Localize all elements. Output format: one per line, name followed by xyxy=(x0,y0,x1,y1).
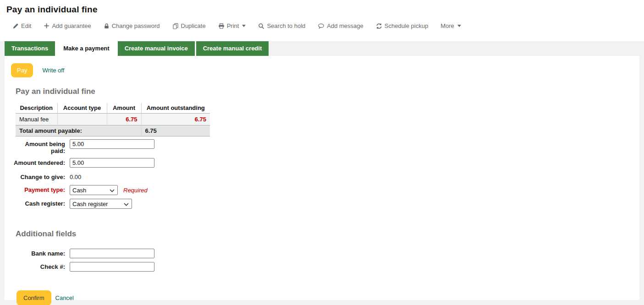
fee-table-row: Manual fee 6.75 6.75 xyxy=(16,114,210,125)
printer-icon xyxy=(218,23,225,29)
fee-description-cell: Manual fee xyxy=(16,114,57,125)
caret-down-icon xyxy=(457,25,461,27)
search-icon xyxy=(258,23,264,29)
plus-icon xyxy=(44,23,50,29)
cash-register-row: Cash register: Cash register xyxy=(11,199,639,209)
write-off-mode-link[interactable]: Write off xyxy=(42,67,64,74)
total-label-cell: Total amount payable: xyxy=(16,125,141,136)
change-to-give-row: Change to give: 0.00 xyxy=(11,172,639,180)
fines-table-header-row: Description Account type Amount Amount o… xyxy=(16,103,210,114)
fines-table: Description Account type Amount Amount o… xyxy=(16,103,210,136)
amount-tendered-input[interactable] xyxy=(70,158,154,168)
more-button[interactable]: More xyxy=(440,22,461,29)
confirm-button[interactable]: Confirm xyxy=(17,290,51,305)
page-title: Pay an individual fine xyxy=(6,5,644,15)
bank-name-label: Bank name: xyxy=(11,249,70,257)
copy-icon xyxy=(172,23,179,29)
speech-bubble-icon xyxy=(318,23,325,29)
additional-fields-title: Additional fields xyxy=(16,229,639,239)
make-payment-panel: Pay Write off Pay an individual fine Des… xyxy=(5,56,639,300)
fee-amount-cell: 6.75 xyxy=(107,114,141,125)
fee-amount-outstanding-cell: 6.75 xyxy=(141,114,210,125)
change-to-give-label: Change to give: xyxy=(11,172,70,180)
change-to-give-value: 0.00 xyxy=(70,172,81,180)
amount-being-paid-label: Amount being paid: xyxy=(11,139,70,154)
print-label: Print xyxy=(227,22,239,29)
change-password-button[interactable]: Change password xyxy=(104,22,160,29)
cancel-link[interactable]: Cancel xyxy=(55,294,74,301)
cash-register-select[interactable]: Cash register xyxy=(70,199,132,209)
add-message-label: Add message xyxy=(327,22,363,29)
duplicate-label: Duplicate xyxy=(181,22,206,29)
chevron-down-icon xyxy=(124,201,129,207)
payment-mode-toggle: Pay Write off xyxy=(11,63,639,77)
lock-icon xyxy=(104,23,110,29)
change-password-label: Change password xyxy=(112,22,160,29)
amount-tendered-label: Amount tendered: xyxy=(11,158,70,166)
payment-type-label: Payment type: xyxy=(11,185,70,193)
schedule-pickup-button[interactable]: Schedule pickup xyxy=(376,22,428,29)
duplicate-button[interactable]: Duplicate xyxy=(172,22,206,29)
chevron-down-icon xyxy=(110,187,115,194)
fee-account-type-cell xyxy=(57,114,107,125)
payment-type-select[interactable]: Cash xyxy=(70,185,118,195)
tab-make-a-payment[interactable]: Make a payment xyxy=(56,41,117,56)
add-guarantee-label: Add guarantee xyxy=(52,22,91,29)
tab-create-manual-credit[interactable]: Create manual credit xyxy=(196,41,269,56)
pencil-icon xyxy=(12,23,19,29)
column-header-account-type: Account type xyxy=(57,103,107,114)
pay-mode-button[interactable]: Pay xyxy=(11,63,33,77)
more-label: More xyxy=(440,22,454,29)
section-title: Pay an individual fine xyxy=(16,87,639,96)
amount-tendered-row: Amount tendered: xyxy=(11,158,639,168)
amount-being-paid-row: Amount being paid: xyxy=(11,139,639,154)
payment-form: Amount being paid: Amount tendered: Chan… xyxy=(5,139,639,209)
add-message-button[interactable]: Add message xyxy=(318,22,363,29)
print-button[interactable]: Print xyxy=(218,22,246,29)
form-actions: Confirm Cancel xyxy=(17,290,639,305)
page-header: Pay an individual fine Edit Add guarante… xyxy=(0,0,644,41)
column-header-description: Description xyxy=(16,103,57,114)
required-note: Required xyxy=(123,185,148,194)
bank-name-input[interactable] xyxy=(70,249,154,258)
schedule-pickup-label: Schedule pickup xyxy=(385,22,428,29)
tab-transactions[interactable]: Transactions xyxy=(5,41,56,56)
refresh-icon xyxy=(376,23,382,29)
search-to-hold-button[interactable]: Search to hold xyxy=(258,22,305,29)
check-number-input[interactable] xyxy=(70,262,154,272)
patron-toolbar: Edit Add guarantee Change password Dupli… xyxy=(6,22,644,29)
payment-type-selected-value: Cash xyxy=(72,187,86,194)
bank-name-row: Bank name: xyxy=(11,249,639,258)
payment-type-row: Payment type: Cash Required xyxy=(11,185,639,195)
search-to-hold-label: Search to hold xyxy=(267,22,305,29)
add-guarantee-button[interactable]: Add guarantee xyxy=(44,22,91,29)
account-tab-bar: Transactions Make a payment Create manua… xyxy=(5,41,639,56)
check-number-label: Check #: xyxy=(11,262,70,270)
cash-register-label: Cash register: xyxy=(11,199,70,207)
amount-being-paid-input[interactable] xyxy=(70,139,154,149)
check-number-row: Check #: xyxy=(11,262,639,272)
total-row: Total amount payable: 6.75 xyxy=(16,125,210,136)
edit-button[interactable]: Edit xyxy=(12,22,31,29)
column-header-amount-outstanding: Amount outstanding xyxy=(141,103,210,114)
total-value-cell: 6.75 xyxy=(141,125,210,136)
additional-fields-form: Bank name: Check #: xyxy=(5,249,639,272)
cash-register-selected-value: Cash register xyxy=(72,201,108,207)
edit-label: Edit xyxy=(21,22,31,29)
app-root: Pay an individual fine Edit Add guarante… xyxy=(0,0,644,300)
caret-down-icon xyxy=(242,25,246,27)
column-header-amount: Amount xyxy=(107,103,141,114)
tab-create-manual-invoice[interactable]: Create manual invoice xyxy=(118,41,196,56)
